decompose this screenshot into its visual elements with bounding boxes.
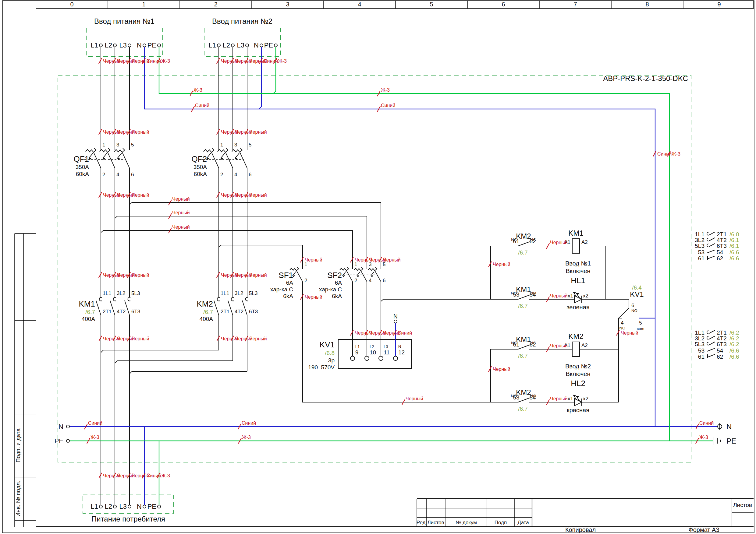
- wire-mark-slash: [350, 257, 354, 263]
- output-block: Питание потребителя L1 L2 L3 N PE: [83, 494, 174, 523]
- wire-color-label: Ж-3: [161, 473, 170, 478]
- wire-color-label: Черный: [172, 224, 190, 230]
- wire-color-label: Черный: [621, 330, 638, 336]
- ctrl-branch-a: KM2 NC NC 61 62 /6.7 KM1 A1 A2: [511, 229, 588, 256]
- pin: 6: [383, 278, 386, 283]
- pin: 61: [513, 341, 519, 348]
- ruler-number: 2: [214, 1, 217, 8]
- xref-label: /6.7: [518, 353, 528, 359]
- pin: 5L3: [131, 291, 140, 296]
- contactor-km1-power: KM1 /6.7 400A 1L1 3L2 5L3 2T1 4T2 6T3: [79, 291, 141, 322]
- wire-color-label: Черный: [493, 262, 510, 267]
- terminal-label: L2: [223, 41, 230, 49]
- wire-mark-slash: [488, 366, 492, 372]
- wire-mark-slash: [616, 330, 619, 336]
- relay-kv1-box: KV1 /6.8 3p 190..570V L1 L2 L3 N 9 10 11…: [308, 313, 411, 370]
- lamp-caption: Включен: [566, 267, 590, 274]
- ground-icon: [714, 437, 720, 445]
- input1-title: Ввод питания №1: [94, 17, 154, 25]
- pin: 53: [513, 292, 519, 298]
- schematic-sheet: 0123456789 Подп. и дата Инв. № подл.: [0, 0, 756, 534]
- wire-mark-slash: [300, 257, 304, 263]
- wire-color-label: Черный: [406, 396, 423, 401]
- wire-color-label: Ж-3: [278, 59, 287, 64]
- lamp-color: зеленая: [566, 304, 589, 311]
- qf1-name: QF1: [73, 154, 89, 164]
- tb-col-podp: Подп: [495, 520, 507, 525]
- xref-left-pin: 5L3: [695, 341, 705, 347]
- pin: 9: [355, 349, 359, 356]
- enclosure-label: ABP-PRS-K-2-1-350-DKC: [603, 74, 688, 83]
- tb-col-docnum: № докум: [456, 520, 477, 525]
- xref-contact-icon: [707, 243, 715, 247]
- pin: L2: [370, 344, 374, 349]
- terminal-label: N: [254, 41, 259, 49]
- pin: 5L3: [249, 291, 257, 296]
- pin: 5: [639, 320, 642, 326]
- xref-sheet-ref: /6.2: [729, 329, 739, 336]
- wire-color-label: Черный: [132, 336, 149, 341]
- pin: 11: [384, 349, 390, 356]
- kv1-ref: /6.8: [325, 350, 335, 356]
- xref-label: /6.7: [518, 406, 528, 412]
- tb-col-data: Дата: [517, 520, 529, 525]
- bus-n-left: N: [59, 423, 63, 430]
- km1-ref: /6.7: [85, 309, 95, 315]
- control-wires: [381, 246, 629, 402]
- copied-label: Копировал: [565, 526, 596, 533]
- xref-left-pin: 61: [698, 353, 705, 360]
- xref-contact-icon: [707, 256, 715, 260]
- wire-color-label: Синий: [147, 473, 161, 478]
- pin: 6T3: [249, 309, 258, 315]
- pin: 4: [117, 172, 119, 177]
- xref-sheet-ref: /6.1: [729, 237, 739, 243]
- pin: x1: [568, 396, 573, 401]
- wire-color-label: Синий: [147, 59, 161, 64]
- pin: 1L1: [103, 291, 111, 296]
- xref-sheet-ref: /6.6: [729, 353, 739, 360]
- xref-left-pin: 53: [698, 249, 705, 255]
- bus-terminals: N PE N PE: [55, 422, 736, 445]
- wire-mark-slash: [217, 336, 220, 341]
- pin: 6: [249, 172, 251, 177]
- left-sidebar: Подп. и дата Инв. № подл.: [14, 234, 36, 527]
- wire-color-label: Черный: [249, 336, 267, 341]
- pin: 53: [513, 394, 519, 401]
- xref-left-pin: 3L2: [695, 237, 705, 243]
- xref-sheet-ref: /6.6: [729, 255, 739, 262]
- xref-label: /6.7: [518, 303, 528, 309]
- pin: x2: [583, 396, 588, 401]
- bus-pe-left: PE: [55, 437, 63, 445]
- bus-n-right: N: [726, 422, 732, 431]
- wire-color-marks: ЧерныйЧерныйЧерныйСинийЖ-3ЧерныйЧерныйЧе…: [84, 58, 714, 478]
- wire-color-label: Черный: [550, 240, 568, 245]
- ruler-number: 6: [501, 1, 505, 8]
- terminal-label: N: [137, 41, 142, 49]
- pin: L3: [384, 344, 388, 349]
- xref-right-pin: 6T3: [717, 242, 727, 249]
- ruler-number: 4: [358, 1, 361, 8]
- sf1-name: SF1: [279, 271, 293, 280]
- wire-color-label: Синий: [398, 330, 412, 336]
- ruler-strip: 0123456789: [36, 1, 754, 9]
- sf1-curve: хар-ка C: [270, 286, 293, 292]
- pin: 2: [305, 278, 307, 283]
- xref-sheet-ref: /6.6: [729, 347, 739, 354]
- tb-sheets-label: Листов: [733, 502, 752, 508]
- wire-color-label: Ж-3: [161, 59, 170, 64]
- coil-name: KM2: [568, 332, 583, 341]
- xref-left-pin: 5L3: [695, 242, 705, 249]
- xref-label: /6.4: [632, 284, 642, 291]
- qf1-rating: 350A: [76, 164, 89, 170]
- input-block-1: Ввод питания №1 L1 L2 L3 N PE: [86, 17, 163, 57]
- pin: 12: [398, 349, 405, 356]
- pin: 2T1: [221, 309, 230, 315]
- wire-color-label: Черный: [493, 367, 510, 372]
- wire-color-label: Синий: [699, 420, 714, 426]
- xref-sheet-ref: /6.1: [729, 242, 739, 249]
- terminal-label: N: [137, 503, 142, 510]
- ctrl-kv1-contact: /6.4 KV1 6 NO 4 NC 5 com: [619, 284, 644, 331]
- terminal-label: L2: [105, 41, 112, 49]
- wire-mark-slash: [300, 294, 304, 300]
- ruler-number: 8: [645, 1, 649, 8]
